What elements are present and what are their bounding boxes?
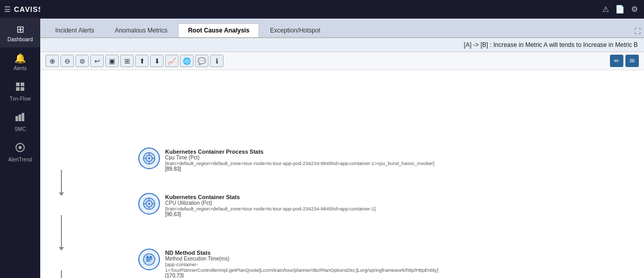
svg-rect-2	[16, 87, 20, 91]
node-3-title: ND Method Stats	[165, 250, 463, 256]
toolbar-comment-btn[interactable]: 💬	[195, 55, 208, 67]
node-2: Kubernetes Container Stats CPU Utilizati…	[138, 193, 376, 217]
main-area: ⚠ 📄 ⚙ Incident Alerts Anomalous Metrics …	[40, 0, 644, 278]
svg-rect-4	[15, 116, 18, 121]
toolbar-edit-btn[interactable]: ✏	[610, 55, 623, 67]
sidebar-label-dashboard: Dashboard	[8, 37, 33, 42]
node-2-text: Kubernetes Container Stats CPU Utilizati…	[165, 193, 376, 217]
toolbar-info-btn[interactable]: ℹ	[210, 55, 223, 67]
sidebar-label-alerttrend: AlertTrend	[8, 157, 32, 162]
flow-container: Kubernetes Container Process Stats Cpu T…	[51, 75, 463, 278]
settings-icon[interactable]: ⚙	[631, 5, 638, 14]
toolbar-globe-btn[interactable]: 🌐	[180, 55, 194, 67]
sidebar-header: ☰ CAVISSON	[0, 0, 40, 19]
toolbar: ⊕ ⊖ ⊜ ↩ ▣ ⊞ ⬆ ⬇ 📈 🌐 💬 ℹ ✏ ✉	[40, 52, 644, 70]
sidebar-item-smc[interactable]: SMC	[0, 107, 40, 137]
sidebar-label-smc: SMC	[14, 126, 26, 132]
sidebar-label-txnflow: Txn-Flow	[9, 96, 30, 102]
hamburger-icon[interactable]: ☰	[4, 5, 11, 13]
svg-rect-1	[21, 83, 24, 86]
document-icon[interactable]: 📄	[615, 5, 625, 14]
svg-rect-6	[22, 113, 24, 121]
svg-rect-5	[19, 115, 21, 121]
node-2-icon	[138, 193, 160, 215]
node-1-title: Kubernetes Container Process Stats	[165, 149, 434, 155]
tab-exception-hotspot[interactable]: Exception/Hotspot	[260, 23, 330, 37]
tab-root-cause-analysis[interactable]: Root Cause Analysis	[178, 23, 259, 37]
tab-bar: Incident Alerts Anomalous Metrics Root C…	[40, 19, 644, 38]
svg-rect-26	[146, 260, 150, 261]
top-bar: ⚠ 📄 ⚙	[40, 0, 644, 19]
expand-icon[interactable]: ⛶	[634, 27, 641, 35]
content-area: [A] -> [B] : Increase in Metric A will t…	[40, 38, 644, 278]
node-3-text: ND Method Stats Method Execution Time(ms…	[165, 249, 463, 278]
node-2-value: [90.63]	[165, 211, 376, 217]
toolbar-download-btn[interactable]: ⬇	[150, 55, 164, 67]
dashboard-icon: ⊞	[17, 24, 24, 35]
toolbar-minus-btn[interactable]: ⊖	[60, 55, 74, 67]
node-2-path: [train>default_region>default_zone>tour-…	[165, 206, 376, 211]
svg-rect-0	[16, 83, 20, 86]
smc-icon	[15, 112, 25, 125]
node-3-icon	[138, 249, 160, 270]
node-1-icon	[138, 148, 160, 169]
node-3: ND Method Stats Method Execution Time(ms…	[138, 249, 463, 278]
toolbar-left: ⊕ ⊖ ⊜ ↩ ▣ ⊞ ⬆ ⬇ 📈 🌐 💬 ℹ	[45, 55, 223, 67]
toolbar-undo-btn[interactable]: ↩	[90, 55, 104, 67]
svg-point-18	[148, 203, 150, 205]
svg-point-27	[147, 256, 149, 258]
connector-3	[61, 270, 62, 278]
sidebar: ☰ CAVISSON ⊞ Dashboard 🔔 Alerts Txn-Flow…	[0, 0, 40, 278]
info-bar-text: [A] -> [B] : Increase in Metric A will t…	[464, 41, 638, 48]
toolbar-upload-btn[interactable]: ⬆	[135, 55, 149, 67]
alerttrend-icon	[15, 142, 25, 155]
tab-anomalous-metrics[interactable]: Anomalous Metrics	[105, 23, 177, 37]
svg-point-28	[150, 256, 152, 258]
node-1-text: Kubernetes Container Process Stats Cpu T…	[165, 148, 434, 172]
node-1-value: [89.83]	[165, 166, 434, 172]
alerts-icon: 🔔	[14, 53, 26, 64]
svg-point-11	[148, 157, 150, 159]
sidebar-item-dashboard[interactable]: ⊞ Dashboard	[0, 19, 40, 47]
node-3-subtitle: Method Execution Time(ms)	[165, 256, 463, 261]
node-1: Kubernetes Container Process Stats Cpu T…	[138, 148, 434, 172]
sidebar-item-alerts[interactable]: 🔔 Alerts	[0, 47, 40, 76]
node-1-subtitle: Cpu Time (Pct)	[165, 155, 434, 160]
toolbar-grid-btn[interactable]: ⊞	[120, 55, 134, 67]
sidebar-label-alerts: Alerts	[13, 66, 27, 71]
node-1-path: [train>default_region>default_zone>tour-…	[165, 160, 434, 166]
toolbar-equals-btn[interactable]: ⊜	[75, 55, 89, 67]
node-3-value: [170.73]	[165, 273, 463, 278]
toolbar-chart-btn[interactable]: 📈	[165, 55, 179, 67]
node-2-subtitle: CPU Utilization (Pct)	[165, 200, 376, 206]
info-bar: [A] -> [B] : Increase in Metric A will t…	[40, 38, 644, 52]
connector-1	[61, 170, 62, 193]
connector-2	[61, 215, 62, 248]
sidebar-item-txnflow[interactable]: Txn-Flow	[0, 76, 40, 107]
toolbar-add-btn[interactable]: ⊕	[45, 55, 59, 67]
flow-diagram-area: Kubernetes Container Process Stats Cpu T…	[40, 70, 644, 278]
svg-rect-3	[21, 87, 24, 91]
toolbar-box-btn[interactable]: ▣	[105, 55, 119, 67]
toolbar-right: ✏ ✉	[610, 55, 639, 67]
node-2-title: Kubernetes Container Stats	[165, 194, 376, 200]
toolbar-email-btn[interactable]: ✉	[625, 55, 639, 67]
svg-point-8	[19, 146, 22, 149]
tab-incident-alerts[interactable]: Incident Alerts	[45, 23, 104, 37]
txnflow-icon	[15, 81, 25, 94]
sidebar-item-alerttrend[interactable]: AlertTrend	[0, 137, 40, 168]
node-3-path: [app-container-1>TourPlannerControllerIm…	[165, 261, 463, 273]
alert-bell-icon[interactable]: ⚠	[602, 5, 609, 14]
svg-rect-25	[146, 259, 152, 260]
